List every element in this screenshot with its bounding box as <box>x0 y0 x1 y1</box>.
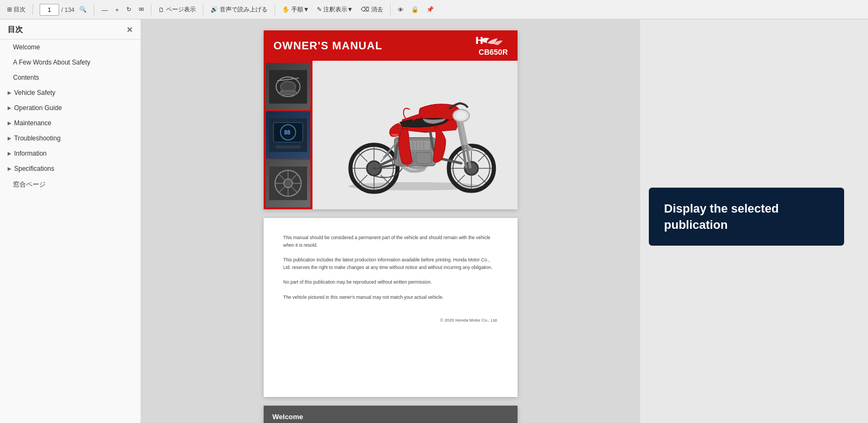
tooltip-box: Display the selected publication <box>649 188 844 246</box>
sidebar-item-safety-words[interactable]: A Few Words About Safety <box>0 55 141 70</box>
sidebar-item-vehicle-safety[interactable]: Vehicle Safety <box>0 85 141 100</box>
dash-thumb-image: 88 <box>269 118 307 152</box>
sidebar-item-label: Specifications <box>14 165 54 172</box>
toc-label: 目次 <box>14 5 25 14</box>
separator-6 <box>390 4 391 15</box>
eye-button[interactable]: 👁 <box>395 5 406 14</box>
page-display-button[interactable]: 🗋 ページ表示 <box>156 4 199 15</box>
welcome-label: Welcome <box>272 413 303 421</box>
cover-title: OWNER'S MANUAL <box>273 40 382 52</box>
sidebar-header: 目次 ✕ <box>0 20 141 40</box>
cover-body: 88 <box>264 61 518 209</box>
welcome-header-bar: Welcome <box>264 406 518 423</box>
sidebar-item-label: Information <box>14 150 47 157</box>
motorcycle-image <box>323 73 507 197</box>
svg-point-60 <box>456 112 467 120</box>
rotate-icon: ↻ <box>126 6 131 13</box>
separator-3 <box>151 4 151 15</box>
annotation-button[interactable]: ✎ 注釈表示▼ <box>314 4 356 15</box>
svg-point-13 <box>284 179 292 188</box>
sidebar-item-label: Welcome <box>13 43 40 51</box>
pdf-disclaimer-page: This manual should be considered a perma… <box>264 218 518 397</box>
disclaimer-text-3: No part of this publication may be repro… <box>283 279 498 286</box>
separator-1 <box>33 4 33 15</box>
separator-2 <box>94 4 94 15</box>
search-button[interactable]: 🔍 <box>76 5 90 14</box>
sidebar-item-troubleshooting[interactable]: Troubleshooting <box>0 131 141 146</box>
sidebar-item-label: Operation Guide <box>14 104 62 112</box>
cover-model: CB650R <box>478 48 508 56</box>
page-total: / 134 <box>61 7 74 13</box>
voice-icon: 🔊 <box>210 6 218 13</box>
sidebar-item-label: A Few Words About Safety <box>13 59 91 66</box>
voice-label: 音声で読み上げる <box>220 5 267 14</box>
page-number-input[interactable] <box>40 4 59 16</box>
disclaimer-text-4: The vehicle pictured in this owner's man… <box>283 294 498 302</box>
cover-bike-area <box>312 61 518 209</box>
sidebar-item-label: Maintenance <box>14 119 52 127</box>
sidebar-item-label: 窓合ページ <box>13 180 46 189</box>
lock-button[interactable]: 🔒 <box>409 5 422 14</box>
page-icon: 🗋 <box>158 7 164 13</box>
toolbar: ⊞ 目次 / 134 🔍 — + ↻ ✉ 🗋 ページ表示 🔊 音声で読み上げる … <box>0 0 868 20</box>
wheel-thumb-image <box>269 166 307 200</box>
pdf-content-area[interactable]: OWNER'S MANUAL 𝗛 CB650R <box>141 20 640 423</box>
envelope-icon: ✉ <box>139 6 144 13</box>
svg-rect-4 <box>280 91 296 95</box>
minus-icon: — <box>101 7 107 13</box>
sidebar-item-operation-guide[interactable]: Operation Guide <box>0 100 141 116</box>
eraser-icon: ⌫ <box>361 6 369 13</box>
sidebar-title: 目次 <box>8 25 23 35</box>
annotation-label: 注釈表示▼ <box>323 5 353 14</box>
sidebar-item-mado[interactable]: 窓合ページ <box>0 176 141 193</box>
grid-icon: ⊞ <box>7 6 12 13</box>
disclaimer-footer: © 2020 Honda Motor Co., Ltd. <box>283 318 498 323</box>
svg-rect-10 <box>276 145 301 149</box>
separator-5 <box>275 4 275 15</box>
sidebar-item-label: Troubleshooting <box>14 134 61 142</box>
sidebar-item-welcome[interactable]: Welcome <box>0 40 141 55</box>
sidebar-item-label: Contents <box>13 74 39 81</box>
sidebar-item-contents[interactable]: Contents <box>0 70 141 85</box>
plus-icon: + <box>115 7 118 13</box>
disclaimer-text-2: This publication includes the latest pro… <box>283 257 498 271</box>
zoom-in-button[interactable]: + <box>112 5 121 14</box>
pdf-welcome-page: Welcome <box>264 406 518 423</box>
clear-label: 消去 <box>371 5 383 14</box>
toc-toggle-button[interactable]: ⊞ 目次 <box>4 4 28 15</box>
svg-text:88: 88 <box>284 130 291 136</box>
disclaimer-text-1: This manual should be considered a perma… <box>283 234 498 249</box>
main-area: 目次 ✕ Welcome A Few Words About Safety Co… <box>0 20 868 423</box>
separator-4 <box>203 4 203 15</box>
sidebar-close-button[interactable]: ✕ <box>126 25 133 34</box>
page-navigation: / 134 <box>40 4 74 16</box>
lock-icon: 🔒 <box>411 6 419 13</box>
page-display-label: ページ表示 <box>166 5 196 14</box>
hand-label: 手順▼ <box>291 5 309 14</box>
sidebar-item-maintenance[interactable]: Maintenance <box>0 116 141 131</box>
zoom-out-button[interactable]: — <box>99 5 110 14</box>
rotate-button[interactable]: ↻ <box>124 5 134 14</box>
clear-button[interactable]: ⌫ 消去 <box>358 4 386 15</box>
hand-button[interactable]: ✋ 手順▼ <box>279 4 312 15</box>
sidebar-item-label: Vehicle Safety <box>14 89 55 97</box>
pin-button[interactable]: 📌 <box>424 5 437 14</box>
annotation-icon: ✎ <box>317 6 322 13</box>
right-panel: Display the selected publication <box>640 20 868 423</box>
honda-logo-area: 𝗛 CB650R <box>475 35 508 56</box>
dashboard-thumbnail: 88 <box>266 111 310 158</box>
eye-icon: 👁 <box>398 7 404 13</box>
search-icon: 🔍 <box>79 6 87 13</box>
wheel-thumbnail <box>266 160 310 207</box>
share-button[interactable]: ✉ <box>136 5 146 14</box>
voice-button[interactable]: 🔊 音声で読み上げる <box>208 4 270 15</box>
sidebar-item-specifications[interactable]: Specifications <box>0 161 141 176</box>
hand-icon: ✋ <box>282 6 290 13</box>
svg-rect-51 <box>416 152 431 164</box>
exhaust-thumbnail <box>266 63 310 110</box>
sidebar-item-information[interactable]: Information <box>0 146 141 161</box>
sidebar-toc: 目次 ✕ Welcome A Few Words About Safety Co… <box>0 20 141 423</box>
tooltip-text: Display the selected publication <box>664 201 829 233</box>
pdf-cover-page: OWNER'S MANUAL 𝗛 CB650R <box>264 30 518 209</box>
exhaust-thumb-image <box>269 70 307 104</box>
